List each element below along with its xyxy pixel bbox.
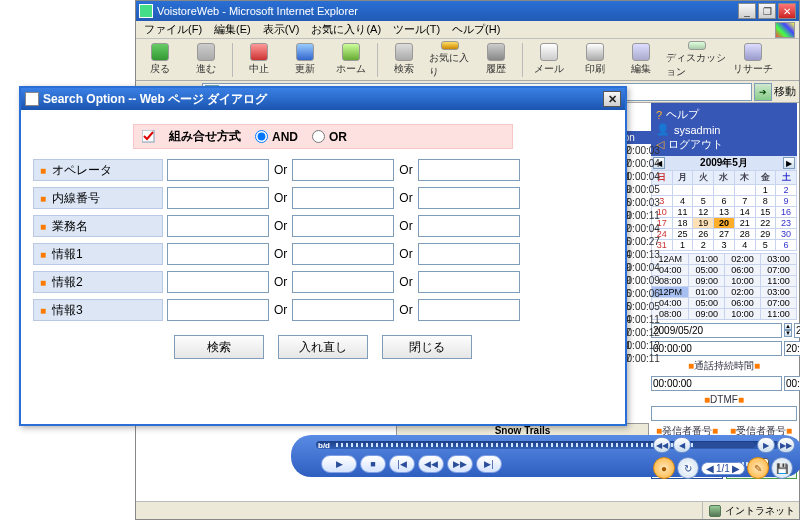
calendar-day[interactable]: 11 — [672, 207, 693, 218]
dialog-search-button[interactable]: 検索 — [174, 335, 264, 359]
calendar-day[interactable]: 16 — [776, 207, 797, 218]
toolbar-search-button[interactable]: 検索 — [382, 40, 426, 80]
calendar-day[interactable]: 25 — [672, 229, 693, 240]
toolbar-home-button[interactable]: ホーム — [329, 40, 373, 80]
criteria-input-2-2[interactable] — [292, 215, 394, 237]
criteria-input-4-3[interactable] — [418, 271, 520, 293]
combination-checkbox[interactable] — [142, 130, 155, 143]
track-record-button[interactable]: ● — [653, 457, 675, 479]
call-duration-to[interactable] — [784, 376, 800, 391]
criteria-input-1-3[interactable] — [418, 187, 520, 209]
calendar-day[interactable]: 6 — [776, 240, 797, 251]
time-cell[interactable]: 09:00 — [689, 309, 725, 320]
date-to-input[interactable] — [794, 323, 800, 338]
criteria-input-2-1[interactable] — [167, 215, 269, 237]
menu-tools[interactable]: ツール(T) — [389, 22, 444, 37]
calendar-day[interactable]: 18 — [672, 218, 693, 229]
player-play-button[interactable]: ▶ — [321, 455, 357, 473]
track-next-button[interactable]: ▶▶ — [777, 437, 795, 453]
calendar-day[interactable]: 7 — [734, 196, 755, 207]
track-prev-button[interactable]: ◀◀ — [653, 437, 671, 453]
time-grid[interactable]: 12AM01:0002:0003:0004:0005:0006:0007:000… — [651, 253, 797, 320]
calendar-day[interactable]: 14 — [734, 207, 755, 218]
time-cell[interactable]: 03:00 — [761, 287, 797, 298]
dialog-close-button[interactable]: ✕ — [603, 91, 621, 107]
toolbar-discuss-button[interactable]: ディスカッション — [665, 40, 729, 80]
calendar-day[interactable]: 13 — [714, 207, 735, 218]
calendar-day[interactable]: 27 — [714, 229, 735, 240]
track-loop-button[interactable]: ↻ — [677, 457, 699, 479]
calendar-day[interactable]: 28 — [734, 229, 755, 240]
track-mark-button[interactable]: ✎ — [747, 457, 769, 479]
calendar-day[interactable]: 4 — [734, 240, 755, 251]
calendar-day[interactable] — [693, 185, 714, 196]
date-from-input[interactable] — [651, 323, 782, 338]
criteria-input-4-1[interactable] — [167, 271, 269, 293]
menu-view[interactable]: 表示(V) — [259, 22, 304, 37]
calendar-day[interactable]: 22 — [755, 218, 776, 229]
criteria-input-3-2[interactable] — [292, 243, 394, 265]
criteria-input-0-2[interactable] — [292, 159, 394, 181]
dtmf-input[interactable] — [651, 406, 797, 421]
calendar-day[interactable]: 9 — [776, 196, 797, 207]
track-seek[interactable] — [693, 442, 755, 448]
player-next-button[interactable]: ▶| — [476, 455, 502, 473]
calendar-next-button[interactable]: ▶ — [783, 157, 795, 169]
menu-favorites[interactable]: お気に入り(A) — [307, 22, 385, 37]
call-duration-from[interactable] — [651, 376, 782, 391]
criteria-input-3-1[interactable] — [167, 243, 269, 265]
time-cell[interactable]: 11:00 — [761, 309, 797, 320]
time-cell[interactable]: 02:00 — [725, 254, 761, 265]
calendar-day[interactable]: 30 — [776, 229, 797, 240]
time-cell[interactable]: 05:00 — [689, 298, 725, 309]
calendar-day[interactable]: 23 — [776, 218, 797, 229]
time-cell[interactable]: 06:00 — [725, 265, 761, 276]
toolbar-edit-button[interactable]: 編集 — [619, 40, 663, 80]
criteria-input-5-2[interactable] — [292, 299, 394, 321]
track-save-button[interactable]: 💾 — [771, 457, 793, 479]
calendar-day[interactable]: 20 — [714, 218, 735, 229]
calendar-day[interactable]: 4 — [672, 196, 693, 207]
logout-link[interactable]: ログアウト — [668, 137, 723, 152]
or-option[interactable]: OR — [312, 130, 347, 144]
time-cell[interactable]: 06:00 — [725, 298, 761, 309]
calendar-day[interactable]: 15 — [755, 207, 776, 218]
player-prev-button[interactable]: |◀ — [389, 455, 415, 473]
dialog-titlebar[interactable]: Search Option -- Web ページ ダイアログ ✕ — [21, 88, 625, 110]
criteria-input-3-3[interactable] — [418, 243, 520, 265]
criteria-input-5-1[interactable] — [167, 299, 269, 321]
calendar-day[interactable] — [734, 185, 755, 196]
time-cell[interactable]: 05:00 — [689, 265, 725, 276]
menu-help[interactable]: ヘルプ(H) — [448, 22, 504, 37]
calendar-day[interactable]: 5 — [755, 240, 776, 251]
and-option[interactable]: AND — [255, 130, 298, 144]
criteria-input-0-1[interactable] — [167, 159, 269, 181]
menu-edit[interactable]: 編集(E) — [210, 22, 255, 37]
toolbar-forward-button[interactable]: 進む — [184, 40, 228, 80]
time-cell[interactable]: 10:00 — [725, 309, 761, 320]
criteria-input-1-2[interactable] — [292, 187, 394, 209]
calendar-day[interactable]: 8 — [755, 196, 776, 207]
calendar-day[interactable]: 3 — [714, 240, 735, 251]
criteria-input-2-3[interactable] — [418, 215, 520, 237]
time-from-input[interactable] — [651, 341, 782, 356]
calendar-day[interactable]: 1 — [755, 185, 776, 196]
calendar-day[interactable]: 5 — [693, 196, 714, 207]
and-radio[interactable] — [255, 130, 268, 143]
time-cell[interactable]: 03:00 — [761, 254, 797, 265]
time-cell[interactable]: 01:00 — [689, 287, 725, 298]
toolbar-favorites-button[interactable]: お気に入り — [428, 40, 472, 80]
toolbar-print-button[interactable]: 印刷 — [573, 40, 617, 80]
time-cell[interactable]: 07:00 — [761, 298, 797, 309]
time-cell[interactable]: 10:00 — [725, 276, 761, 287]
track-step-back-button[interactable]: ◀ — [673, 437, 691, 453]
date-from-spinner[interactable]: ▲▼ — [784, 323, 792, 338]
window-minimize-button[interactable]: _ — [738, 3, 756, 19]
calendar-day[interactable]: 26 — [693, 229, 714, 240]
toolbar-research-button[interactable]: リサーチ — [731, 40, 775, 80]
criteria-input-4-2[interactable] — [292, 271, 394, 293]
address-go-button[interactable]: ➔ — [754, 83, 772, 101]
player-forward-button[interactable]: ▶▶ — [447, 455, 473, 473]
help-link[interactable]: ヘルプ — [666, 107, 699, 122]
calendar-day[interactable]: 29 — [755, 229, 776, 240]
